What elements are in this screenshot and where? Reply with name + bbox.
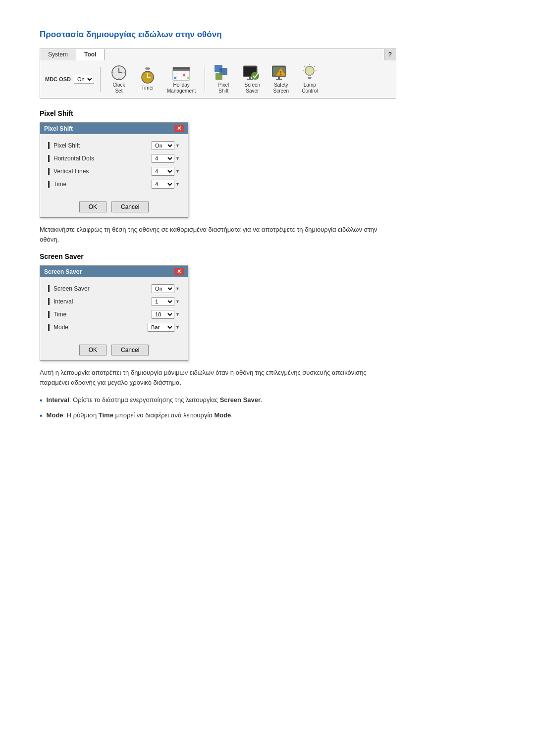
- toolbar-body: MDC OSD On Off ClockSe: [40, 60, 396, 98]
- mdc-osd-label: MDC OSD: [45, 76, 71, 82]
- svg-rect-28: [249, 77, 251, 79]
- lamp-control-label: LampControl: [302, 82, 318, 94]
- toolbar-item-timer[interactable]: Timer: [135, 66, 160, 92]
- screen-saver-cancel-button[interactable]: Cancel: [111, 345, 149, 355]
- vertical-lines-label: Vertical Lines: [48, 168, 152, 175]
- pixel-shift-dialog-titlebar: Pixel Shift ✕: [40, 123, 188, 134]
- interval-keyword: Interval: [47, 396, 69, 403]
- interval-select[interactable]: 1 2345: [152, 297, 174, 306]
- row-indicator: [48, 311, 50, 318]
- screen-saver-dialog-footer: OK Cancel: [40, 341, 188, 360]
- pixel-shift-time-select[interactable]: 4 1235: [152, 180, 174, 189]
- ss-time-control: 10 151520 ▼: [152, 310, 180, 319]
- tab-system[interactable]: System: [40, 49, 76, 60]
- bullet-mode-text: Mode: Η ρύθμιση Time μπορεί να διαφέρει …: [47, 410, 233, 420]
- toolbar-item-holiday[interactable]: HolidayManagement: [164, 63, 199, 95]
- toolbar-item-screen-saver[interactable]: ScreenSaver: [240, 63, 265, 95]
- mode-label: Mode: [48, 324, 148, 331]
- toolbar-item-safety-screen[interactable]: ! SafetyScreen: [268, 63, 293, 95]
- clock-set-label: ClockSet: [112, 82, 125, 94]
- time-keyword: Time: [99, 411, 113, 419]
- mode-select[interactable]: Bar PixelFade: [148, 323, 174, 332]
- mode-keyword2: Mode: [214, 411, 231, 419]
- svg-rect-39: [308, 78, 311, 79]
- pixel-shift-label: PixelShift: [218, 82, 229, 94]
- svg-rect-33: [278, 77, 280, 79]
- mode-keyword: Mode: [47, 411, 63, 419]
- row-indicator: [48, 142, 50, 149]
- svg-rect-34: [276, 79, 282, 80]
- tab-tool[interactable]: Tool: [76, 49, 105, 60]
- interval-row: Interval 1 2345 ▼: [48, 297, 180, 306]
- holiday-icon: [172, 64, 191, 81]
- toolbar-item-lamp-control[interactable]: LampControl: [297, 63, 322, 95]
- mdc-osd-select[interactable]: On Off: [74, 75, 94, 84]
- toolbar-tabs-row: System Tool ?: [40, 49, 396, 60]
- row-indicator: [48, 181, 50, 188]
- dropdown-arrow: ▼: [175, 286, 180, 291]
- help-button[interactable]: ?: [384, 49, 396, 60]
- svg-point-11: [147, 77, 148, 78]
- screen-saver-dialog-title: Screen Saver: [44, 268, 82, 275]
- mode-row: Mode Bar PixelFade ▼: [48, 323, 180, 332]
- dropdown-arrow: ▼: [175, 182, 180, 187]
- svg-rect-20: [183, 74, 185, 76]
- pixel-shift-icon: [214, 64, 233, 81]
- page-title: Προστασία δημιουργίας ειδώλων στην οθόνη: [40, 30, 495, 40]
- screen-saver-close-button[interactable]: ✕: [174, 268, 184, 275]
- screen-saver-icon: [243, 64, 262, 81]
- mode-control: Bar PixelFade ▼: [148, 323, 180, 332]
- screen-saver-row-label: Screen Saver: [48, 285, 152, 292]
- row-indicator: [48, 155, 50, 162]
- screen-saver-keyword: Screen Saver: [220, 396, 261, 403]
- vertical-lines-select[interactable]: 4 12356: [152, 167, 174, 176]
- safety-screen-icon: !: [271, 64, 290, 81]
- screen-saver-label: ScreenSaver: [244, 82, 260, 94]
- pixel-shift-select[interactable]: On Off: [152, 141, 174, 150]
- svg-rect-21: [174, 77, 176, 79]
- ss-time-select[interactable]: 10 151520: [152, 310, 174, 319]
- screen-saver-control: On Off ▼: [152, 284, 180, 293]
- svg-rect-8: [146, 68, 150, 69]
- interval-control: 1 2345 ▼: [152, 297, 180, 306]
- clock-icon: [109, 64, 128, 81]
- svg-line-42: [314, 66, 315, 67]
- toolbar-divider-1: [100, 67, 101, 92]
- pixel-shift-description: Μετακινήστε ελαφρώς τη θέση της οθόνης σ…: [40, 225, 396, 245]
- toolbar-item-clock-set[interactable]: ClockSet: [107, 63, 131, 95]
- pixel-shift-close-button[interactable]: ✕: [174, 125, 184, 132]
- horizontal-dots-control: 4 12356 ▼: [152, 154, 180, 163]
- dropdown-arrow: ▼: [175, 156, 180, 161]
- svg-rect-38: [308, 77, 312, 78]
- pixel-shift-dialog-title: Pixel Shift: [44, 125, 73, 132]
- svg-rect-29: [247, 79, 253, 80]
- pixel-shift-cancel-button[interactable]: Cancel: [111, 202, 149, 212]
- timer-label: Timer: [141, 85, 154, 91]
- pixel-shift-time-control: 4 1235 ▼: [152, 180, 180, 189]
- pixel-shift-dialog-body: Pixel Shift On Off ▼ Horizontal Dots 4 1…: [40, 134, 188, 198]
- svg-line-41: [304, 66, 305, 67]
- interval-label: Interval: [48, 298, 152, 305]
- pixel-shift-section-title: Pixel Shift: [40, 109, 495, 117]
- bullet-dot: •: [40, 410, 43, 422]
- screen-saver-ok-button[interactable]: OK: [79, 345, 107, 355]
- row-indicator: [48, 285, 50, 292]
- screen-saver-dialog-titlebar: Screen Saver ✕: [40, 266, 188, 277]
- toolbar-divider-2: [205, 67, 205, 92]
- ss-time-row: Time 10 151520 ▼: [48, 310, 180, 319]
- dropdown-arrow: ▼: [175, 312, 180, 317]
- screen-saver-select[interactable]: On Off: [152, 284, 174, 293]
- screen-saver-description: Αυτή η λειτουργία αποτρέπει τη δημιουργί…: [40, 368, 396, 388]
- svg-point-37: [305, 66, 314, 75]
- toolbar-item-pixel-shift[interactable]: PixelShift: [211, 63, 236, 95]
- safety-screen-label: SafetyScreen: [273, 82, 289, 94]
- row-indicator: [48, 324, 50, 331]
- dropdown-arrow: ▼: [175, 299, 180, 304]
- screen-saver-row: Screen Saver On Off ▼: [48, 284, 180, 293]
- mdc-osd-group: MDC OSD On Off: [45, 75, 94, 84]
- row-indicator: [48, 298, 50, 305]
- pixel-shift-ok-button[interactable]: OK: [79, 202, 107, 212]
- horizontal-dots-select[interactable]: 4 12356: [152, 154, 174, 163]
- dropdown-arrow: ▼: [175, 169, 180, 174]
- horizontal-dots-label: Horizontal Dots: [48, 155, 152, 162]
